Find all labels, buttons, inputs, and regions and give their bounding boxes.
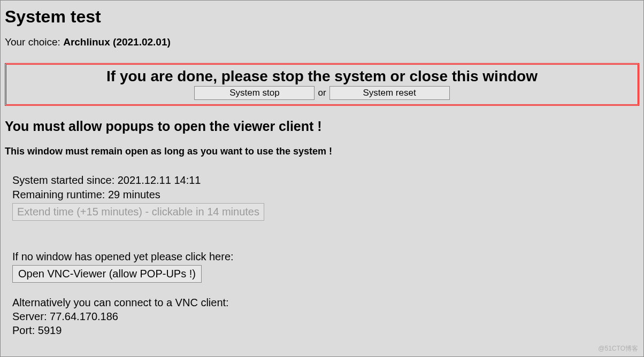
system-stop-button[interactable]: System stop bbox=[194, 86, 315, 100]
vnc-server-line: Server: 77.64.170.186 bbox=[12, 309, 639, 323]
vnc-server-label: Server: bbox=[12, 311, 50, 322]
started-label: System started since: bbox=[12, 174, 118, 186]
remaining-label: Remaining runtime: bbox=[12, 189, 108, 200]
started-value: 2021.12.11 14:11 bbox=[118, 174, 201, 186]
vnc-server-value: 77.64.170.186 bbox=[50, 311, 118, 322]
choice-line: Your choice: Archlinux (2021.02.01) bbox=[5, 36, 639, 48]
started-line: System started since: 2021.12.11 14:11 bbox=[12, 173, 639, 188]
remaining-value: 29 minutes bbox=[108, 189, 160, 200]
alert-heading: If you are done, please stop the system … bbox=[11, 68, 633, 85]
remaining-line: Remaining runtime: 29 minutes bbox=[12, 188, 639, 202]
no-window-text: If no window has opened yet please click… bbox=[12, 250, 639, 264]
vnc-alt-text: Alternatively you can connect to a VNC c… bbox=[12, 296, 639, 309]
open-vnc-viewer-button[interactable]: Open VNC-Viewer (allow POP-UPs !) bbox=[12, 265, 202, 283]
choice-value: Archlinux (2021.02.01) bbox=[63, 36, 171, 48]
page-title: System test bbox=[5, 7, 639, 27]
vnc-alt-block: Alternatively you can connect to a VNC c… bbox=[12, 296, 639, 337]
vnc-port-line: Port: 5919 bbox=[12, 323, 639, 337]
vnc-port-label: Port: bbox=[12, 324, 38, 336]
remain-open-text: This window must remain open as long as … bbox=[5, 146, 639, 157]
alert-controls: System stop or System reset bbox=[11, 86, 633, 100]
or-text: or bbox=[317, 88, 327, 98]
alert-box: If you are done, please stop the system … bbox=[5, 63, 639, 106]
popup-warning: You must allow popups to open the viewer… bbox=[5, 119, 639, 134]
system-reset-button[interactable]: System reset bbox=[329, 86, 450, 100]
watermark: @51CTO博客 bbox=[598, 344, 638, 353]
vnc-port-value: 5919 bbox=[38, 324, 62, 336]
extend-time-button: Extend time (+15 minutes) - clickable in… bbox=[12, 203, 264, 221]
runtime-info-block: System started since: 2021.12.11 14:11 R… bbox=[5, 173, 639, 337]
choice-label: Your choice: bbox=[5, 36, 63, 48]
